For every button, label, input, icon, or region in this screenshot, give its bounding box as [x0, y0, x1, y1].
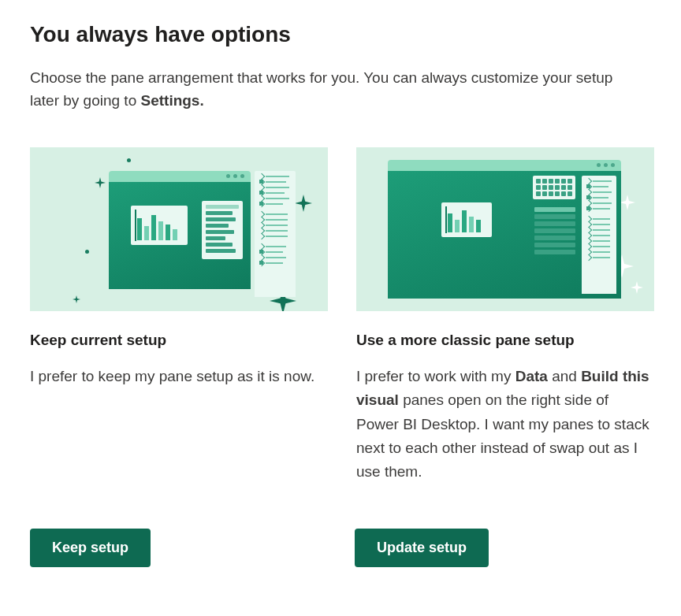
tree-panel-icon [255, 171, 296, 297]
sparkle-icon [620, 195, 635, 210]
sparkle-icon [95, 177, 106, 188]
keep-setup-button[interactable]: Keep setup [30, 529, 151, 567]
desc-part: and [548, 368, 581, 384]
desc-part: panes open on the right side of Power BI… [356, 391, 649, 480]
update-setup-button[interactable]: Update setup [355, 529, 489, 567]
chart-icon [441, 202, 492, 237]
window-illustration [109, 171, 251, 289]
option-classic: Use a more classic pane setup I prefer t… [356, 147, 654, 484]
window-titlebar [109, 171, 251, 182]
page-subtitle: Choose the pane arrangement that works f… [30, 66, 645, 113]
list-panel-icon [202, 201, 243, 259]
subtitle-text: Choose the pane arrangement that works f… [30, 69, 612, 109]
chart-icon [131, 206, 188, 245]
option-classic-title: Use a more classic pane setup [356, 332, 654, 349]
illustration-classic [356, 147, 654, 311]
window-body [388, 171, 621, 299]
sparkle-icon [73, 295, 80, 303]
window-titlebar [388, 160, 621, 171]
sparkle-icon [631, 281, 643, 294]
option-keep-title: Keep current setup [30, 332, 328, 349]
dot-icon [85, 250, 89, 254]
subtitle-settings-bold: Settings. [140, 92, 203, 109]
window-dots-icon [226, 174, 244, 178]
list-panel-icon [534, 207, 575, 257]
desc-bold-data: Data [515, 368, 548, 384]
option-keep-current: Keep current setup I prefer to keep my p… [30, 147, 328, 484]
sparkle-icon [295, 195, 312, 212]
desc-part: I prefer to work with my [356, 368, 515, 384]
page-title: You always have options [30, 22, 651, 47]
illustration-keep-current [30, 147, 328, 311]
window-body [109, 182, 251, 289]
tree-panel-icon [582, 176, 616, 294]
window-dots-icon [597, 163, 615, 167]
option-keep-description: I prefer to keep my pane setup as it is … [30, 365, 328, 388]
option-classic-description: I prefer to work with my Data and Build … [356, 365, 654, 484]
grid-panel-icon [533, 176, 575, 199]
window-illustration [388, 160, 621, 299]
options-container: Keep current setup I prefer to keep my p… [30, 147, 651, 484]
actions-row: Keep setup Update setup [30, 529, 651, 567]
dot-icon [127, 158, 131, 162]
